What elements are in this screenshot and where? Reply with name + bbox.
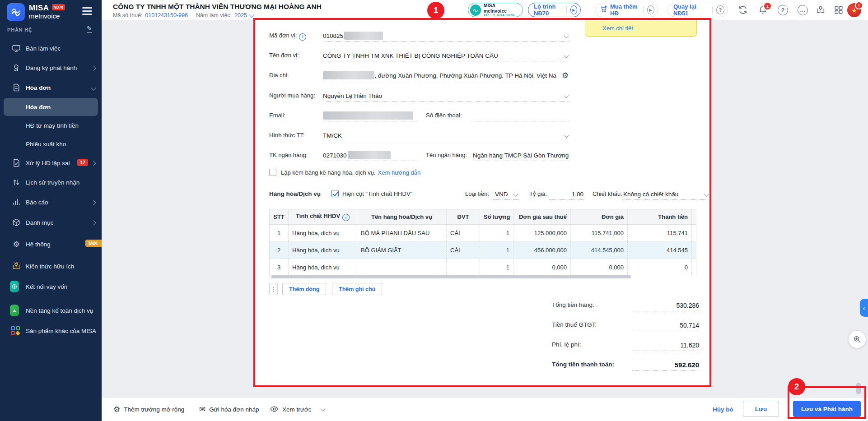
send-draft-invoice-button[interactable]: ✉ Gửi hóa đơn nháp [199, 398, 259, 421]
cancel-button[interactable]: Hủy bỏ [713, 398, 733, 421]
table-header-row: STT Tính chất HHDVi Tên hàng hóa/Dịch vụ… [270, 209, 696, 225]
sidebar-item-knowledge[interactable]: Kiến thức hữu ích [0, 257, 102, 275]
app-window: MISA NĐ70 meInvoice PHÂN HỆ ✎ Bàn làm vi… [0, 0, 868, 421]
currency-select[interactable]: VND [493, 189, 519, 200]
bank-name-input[interactable]: Ngân hàng TMCP Sài Gòn Thương Tín [473, 150, 570, 161]
address-input[interactable]: , đường Xuân Phương, Phường Xuân Phương,… [323, 70, 556, 81]
sidebar-item-loan-connect[interactable]: Kết nối vay vốn [0, 278, 102, 296]
bell-count-badge: 1 [763, 2, 772, 10]
chevron-down-icon[interactable] [249, 12, 254, 17]
redacted-text [323, 111, 413, 120]
sidebar-item-system[interactable]: ⚙ Hệ thống Mới [0, 235, 102, 253]
exchange-rate-input[interactable]: 1,00 [549, 189, 584, 200]
discount-select[interactable]: Không có chiết khấu [622, 189, 710, 200]
chevron-right-icon [91, 161, 96, 166]
vertical-scrollbar-thumb[interactable] [856, 383, 861, 394]
chevron-down-icon[interactable] [513, 191, 518, 196]
email-input[interactable] [323, 110, 418, 121]
transfer-arrows-icon [12, 178, 21, 187]
edit-pencil-icon[interactable]: ✎ [87, 25, 92, 33]
sidebar-item-other-products[interactable]: Sản phẩm khác của MISA [0, 322, 102, 340]
table-horizontal-scrollbar[interactable] [269, 275, 696, 279]
bar-chart-icon [12, 198, 21, 207]
sidebar-item-accounting-platform[interactable]: ▲ Nền tảng kế toán dịch vụ [0, 301, 102, 319]
attach-list-checkbox[interactable] [269, 169, 276, 176]
buyer-input[interactable]: Nguyễn Lệ Hiền Thảo [323, 90, 570, 102]
medal-icon [12, 63, 21, 72]
total-goods-row: Tổng tiền hàng: 530.286 [552, 300, 699, 312]
field-unit-name: Tên đơn vị: CÔNG TY TNHH TM XNK THIẾT BỊ… [269, 50, 570, 61]
hamburger-menu-icon[interactable] [82, 7, 92, 15]
collapse-panel-tab[interactable]: ‹ [860, 299, 868, 317]
working-year[interactable]: 2025 [234, 12, 247, 19]
view-detail-link[interactable]: Xem chi tiết [602, 25, 633, 32]
apps-grid-icon[interactable] [834, 5, 844, 15]
sidebar-section-label: PHÂN HỆ [7, 27, 32, 32]
company-name: CÔNG TY TNHH MỘT THÀNH VIÊN THƯƠNG MẠI H… [113, 3, 322, 11]
sync-icon[interactable] [738, 5, 748, 15]
preview-button[interactable]: Xem trước [270, 398, 325, 421]
chevron-down-icon[interactable] [564, 33, 569, 38]
avatar-alert-badge: ! [855, 1, 863, 9]
cart-plus-icon [600, 5, 608, 15]
chevron-down-icon[interactable] [564, 53, 569, 58]
chevron-down-icon[interactable] [321, 406, 326, 411]
table-row[interactable]: 3 Hàng hóa, dịch vụ 1 0,000 0,000 0 [270, 259, 696, 276]
sidebar-item-delivery-note[interactable]: Phiếu xuất kho [0, 135, 102, 153]
info-icon[interactable]: i [299, 33, 306, 41]
buy-more-invoices-button[interactable]: Mua thêm HĐ ▶ [595, 3, 658, 17]
idea-book-icon [12, 262, 21, 271]
more-options-icon[interactable]: … [798, 5, 808, 15]
knowledge-idea-icon[interactable] [816, 5, 826, 15]
add-row-button[interactable]: Thêm dòng [282, 283, 326, 295]
chevron-down-icon [91, 85, 96, 90]
guide-link[interactable]: Xem hướng dẫn [378, 169, 421, 176]
show-column-checkbox[interactable] [331, 190, 339, 197]
misa-logo-icon[interactable] [7, 3, 25, 21]
sidebar-item-catalog[interactable]: Danh mục [0, 213, 102, 231]
field-unit-code: Mã đơn vị:i 010825 [269, 30, 570, 42]
help-icon: ? [716, 5, 724, 14]
add-extended-fields-button[interactable]: ⚙ Thêm trường mở rộng [113, 398, 184, 421]
bank-account-input[interactable]: 0271030 [323, 150, 418, 161]
question-icon[interactable]: ? [778, 5, 788, 15]
field-email-phone: Email: Số điện thoại: [269, 110, 570, 121]
chevron-down-icon[interactable] [564, 133, 569, 138]
payment-method-input[interactable]: TM/CK [323, 130, 570, 141]
sidebar: MISA NĐ70 meInvoice PHÂN HỆ ✎ Bàn làm vi… [0, 0, 102, 421]
vat-row: Tiền thuế GTGT: 50.714 [552, 320, 699, 332]
sidebar-item-invoice-group[interactable]: Hóa đơn [0, 79, 102, 97]
chevron-left-icon: ‹ [863, 304, 865, 312]
table-row[interactable]: 1 Hàng hóa, dịch vụ BỘ MÁ PHANH DẦU SAU … [270, 225, 696, 242]
phone-input[interactable] [473, 110, 570, 121]
attach-list-row: Lập kèm bảng kê hàng hóa, dịch vụ. Xem h… [269, 169, 420, 176]
notifications-bell-icon[interactable]: 1 [758, 5, 768, 15]
sidebar-item-pos-invoice[interactable]: HĐ từ máy tính tiền [0, 116, 102, 134]
sidebar-item-desktop[interactable]: Bàn làm việc [0, 39, 102, 57]
info-icon[interactable]: i [342, 214, 350, 221]
sidebar-item-reports[interactable]: Báo cáo [0, 193, 102, 211]
sidebar-item-transmission-history[interactable]: Lịch sử truyền nhận [0, 173, 102, 191]
zoom-search-button[interactable] [848, 330, 866, 348]
avatar[interactable]: ★ ! [847, 3, 861, 17]
chevron-right-icon [91, 220, 96, 225]
unit-name-input[interactable]: CÔNG TY TNHH TM XNK THIẾT BỊ CÔNG NGHIỆP… [323, 50, 570, 61]
sidebar-item-invoice[interactable]: Hóa đơn [4, 98, 98, 116]
tax-code[interactable]: 0101243150-996 [145, 12, 188, 19]
route-nd70-button[interactable]: Lộ trình NĐ70 ▶ [528, 3, 581, 17]
meinvoice-product-pill[interactable]: MISA meInvoice XỬ LÝ HÓA ĐƠN [468, 3, 523, 17]
chevron-down-icon[interactable] [704, 191, 709, 196]
unit-code-input[interactable]: 010825 [323, 30, 570, 42]
save-and-publish-button[interactable]: Lưu và Phát hành [793, 401, 861, 417]
save-button[interactable]: Lưu [743, 401, 779, 417]
chevron-down-icon[interactable] [564, 93, 569, 98]
sidebar-item-register-issue[interactable]: Đăng ký phát hành [0, 59, 102, 77]
table-row-selected[interactable]: 2 Hàng hóa, dịch vụ BỘ GIẢM GIẬT CÁI 1 4… [270, 242, 696, 259]
add-note-button[interactable]: Thêm ghi chú [332, 283, 382, 295]
topbar: CÔNG TY TNHH MỘT THÀNH VIÊN THƯƠNG MẠI H… [102, 0, 868, 21]
back-to-nd51-button[interactable]: Quay lại NĐ51 ? [667, 3, 728, 17]
chevron-right-icon [91, 200, 96, 205]
sidebar-item-fix-wrong-invoice[interactable]: Xử lý HĐ lập sai 17 [0, 154, 102, 172]
address-settings-gear-icon[interactable]: ⚙ [562, 71, 569, 80]
row-options-kebab-button[interactable]: ⋮ [269, 283, 278, 295]
